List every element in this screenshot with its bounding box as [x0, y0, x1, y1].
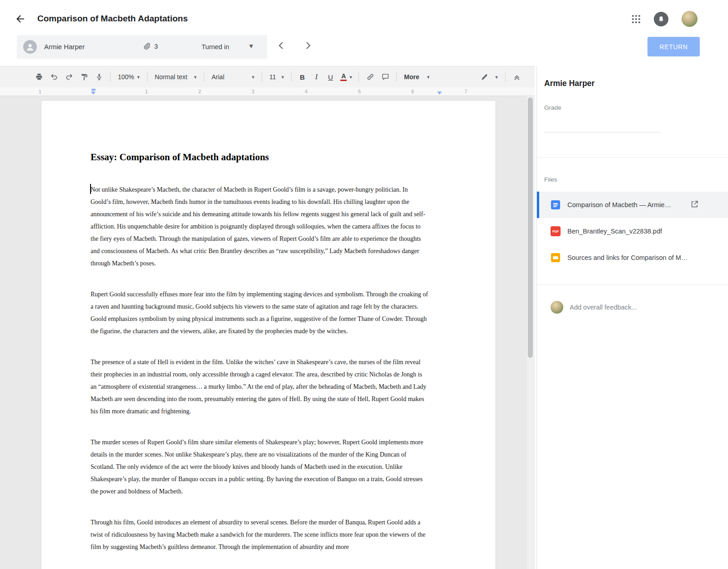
ruler-number: 5 — [358, 89, 361, 94]
document-body: Not unlike Shakespeare’s Macbeth, the ch… — [91, 183, 446, 553]
font-size-select[interactable]: 11 ▾ — [266, 70, 287, 84]
zoom-select[interactable]: 100% ▾ — [115, 70, 143, 84]
collapse-menus-icon[interactable] — [510, 70, 524, 84]
toolbar-separator — [396, 72, 397, 82]
left-indent-marker[interactable] — [91, 91, 96, 95]
file-item-doc[interactable]: Comparison of Macbeth — Armie… — [537, 192, 728, 218]
font-family-value: Arial — [212, 73, 224, 81]
docs-toolbar: 100% ▾ Normal text ▾ Arial ▾ 11 ▾ B I U … — [0, 66, 535, 87]
chevron-down-icon: ▾ — [252, 74, 254, 80]
bold-button[interactable]: B — [296, 70, 309, 84]
editing-mode-pen-icon[interactable]: ▾ — [477, 70, 501, 84]
previous-student-chevron-icon[interactable] — [276, 40, 287, 52]
divider — [537, 157, 728, 157]
file-name: Sources and links for Comparison of Mac… — [567, 254, 690, 261]
submission-status: Turned in — [202, 43, 229, 51]
paragraph-style-select[interactable]: Normal text ▾ — [152, 70, 200, 84]
right-indent-marker[interactable] — [437, 91, 442, 95]
add-comment-icon[interactable] — [378, 70, 392, 84]
paint-format-icon[interactable] — [77, 70, 91, 84]
chevron-down-icon: ▾ — [137, 74, 140, 80]
attachment-paperclip-icon[interactable] — [142, 42, 151, 52]
first-line-indent-marker[interactable] — [91, 89, 96, 91]
user-avatar[interactable] — [682, 11, 698, 27]
app-header: Comparison of Macbeth Adaptations Armie … — [0, 0, 728, 66]
student-avatar — [23, 40, 37, 54]
return-button[interactable]: RETURN — [647, 37, 700, 56]
files-label: Files — [544, 176, 557, 183]
document-paragraph: Through his film, Goold introduces an el… — [91, 516, 428, 553]
chevron-down-icon: ▾ — [427, 74, 430, 80]
print-icon[interactable] — [32, 70, 46, 84]
chevron-down-icon: ▾ — [194, 74, 197, 80]
ruler-number: 1 — [145, 89, 148, 94]
paragraph-style-value: Normal text — [155, 73, 187, 81]
grader-avatar — [551, 301, 563, 314]
ruler-number: 6 — [411, 89, 414, 94]
more-menu-button[interactable]: More ▾ — [401, 70, 433, 84]
file-item-sources[interactable]: Sources and links for Comparison of Mac… — [537, 244, 728, 271]
document-title: Essay: Comparison of Macbeth adaptations — [91, 152, 446, 163]
status-caret-icon[interactable]: ▼ — [248, 42, 254, 50]
attachment-count: 3 — [154, 43, 158, 50]
toolbar-separator — [359, 72, 359, 82]
font-family-select[interactable]: Arial ▾ — [208, 70, 258, 84]
more-label: More — [404, 73, 419, 81]
divider — [537, 284, 728, 285]
toolbar-separator — [110, 72, 111, 82]
italic-button[interactable]: I — [310, 70, 323, 84]
files-list: Comparison of Macbeth — Armie… PDF Ben_B… — [537, 192, 728, 271]
ruler-number: 7 — [465, 89, 467, 94]
voice-typing-microphone-icon[interactable] — [92, 70, 106, 84]
pdf-icon: PDF — [551, 226, 561, 236]
classroom-grading-app: Comparison of Macbeth Adaptations Armie … — [0, 0, 728, 569]
chevron-down-icon: ▾ — [495, 74, 498, 80]
font-size-value: 11 — [269, 73, 276, 81]
apps-grid-icon[interactable] — [630, 14, 642, 25]
file-name: Ben_Brantley_Scan_v22838.pdf — [567, 228, 662, 235]
sources-doc-icon — [551, 253, 561, 263]
sidebar-student-name: Armie Harper — [544, 79, 595, 88]
document-paragraph: Rupert Goold successfully effuses more f… — [91, 288, 428, 337]
document-canvas: Essay: Comparison of Macbeth adaptations… — [0, 96, 535, 569]
scrollbar-thumb[interactable] — [528, 97, 533, 358]
toolbar-separator — [505, 72, 506, 82]
chevron-down-icon: ▾ — [281, 74, 284, 80]
underline-button[interactable]: U — [324, 70, 337, 84]
grading-sidebar: Armie Harper Grade Files Comparison of M… — [537, 66, 728, 569]
grade-input[interactable] — [544, 120, 661, 132]
ruler-number: 4 — [305, 89, 308, 94]
text-color-glyph: A — [340, 73, 347, 81]
selected-file-indicator — [537, 192, 539, 218]
document-paragraph: The murder scenes of Rupert Goold’s film… — [91, 436, 428, 498]
toolbar-separator — [291, 72, 292, 82]
undo-icon[interactable] — [47, 70, 61, 84]
ruler-number: 1 — [39, 89, 41, 94]
notifications-bell-icon[interactable] — [654, 12, 668, 26]
insert-link-icon[interactable] — [363, 70, 377, 84]
redo-icon[interactable] — [62, 70, 76, 84]
student-name: Armie Harper — [44, 43, 85, 51]
page-title: Comparison of Macbeth Adaptations — [37, 14, 188, 24]
zoom-value: 100% — [118, 73, 134, 81]
text-color-button[interactable]: A ▾ — [338, 70, 354, 84]
document-ruler: 1 1 2 3 4 5 6 7 — [0, 87, 535, 96]
ruler-number: 2 — [198, 89, 201, 94]
document-paragraph: The presence of a state of Hell is evide… — [91, 356, 428, 417]
document-page[interactable]: Essay: Comparison of Macbeth adaptations… — [41, 100, 496, 569]
student-selector-bar[interactable]: Armie Harper 3 Turned in ▼ — [17, 35, 267, 59]
toolbar-separator — [204, 72, 204, 82]
open-in-new-icon[interactable] — [689, 199, 700, 210]
document-paragraph: Not unlike Shakespeare’s Macbeth, the ch… — [91, 183, 428, 269]
next-student-chevron-icon[interactable] — [303, 40, 313, 52]
back-arrow-icon[interactable] — [14, 13, 26, 26]
file-item-pdf[interactable]: PDF Ben_Brantley_Scan_v22838.pdf — [537, 218, 728, 244]
ruler-number: 3 — [252, 89, 254, 94]
pdf-badge-text: PDF — [552, 230, 559, 233]
google-doc-icon — [551, 200, 561, 210]
overall-feedback-input[interactable] — [570, 301, 706, 314]
toolbar-separator — [262, 72, 262, 82]
submission-status-dropdown[interactable]: Turned in — [202, 35, 229, 59]
text-cursor — [90, 184, 91, 194]
chevron-down-icon: ▾ — [349, 74, 352, 80]
